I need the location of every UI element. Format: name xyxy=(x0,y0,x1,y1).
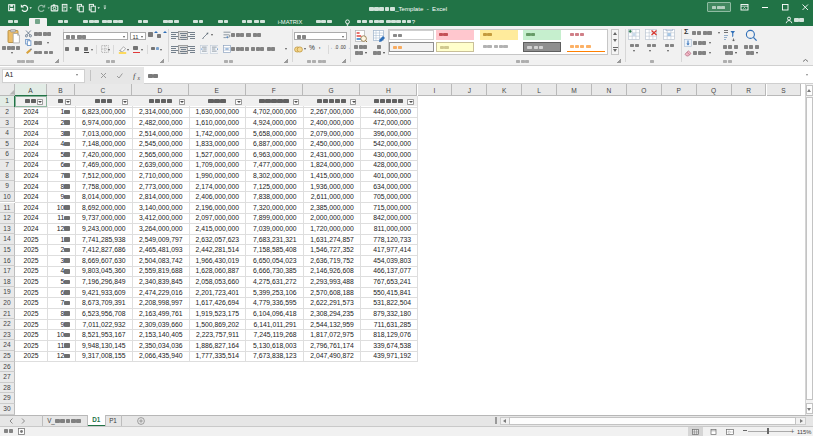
svg-text:x: x xyxy=(137,74,141,80)
svg-text:f: f xyxy=(133,72,137,80)
